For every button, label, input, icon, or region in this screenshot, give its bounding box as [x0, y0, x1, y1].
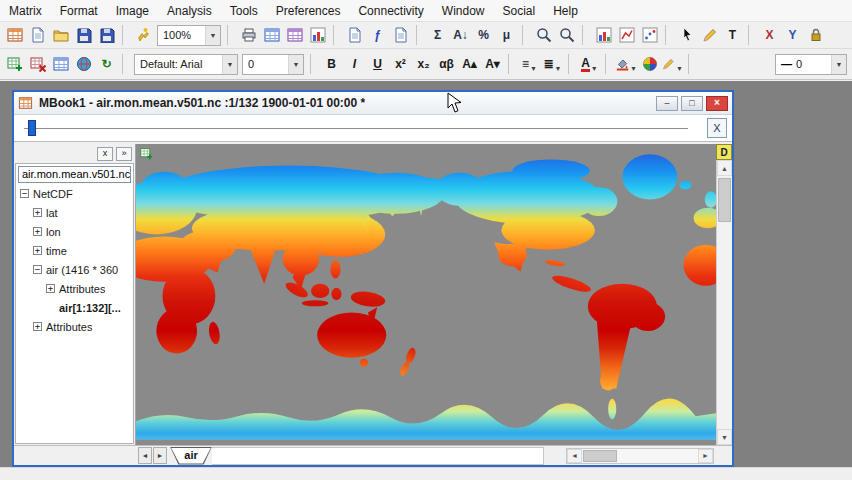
- collapse-icon[interactable]: −: [20, 189, 29, 198]
- dataset-selector[interactable]: air.mon.mean.v501.nc: [16, 165, 133, 184]
- zoom-in-icon[interactable]: [532, 24, 555, 46]
- fill-color-icon[interactable]: ▼: [615, 53, 638, 75]
- vertical-scrollbar[interactable]: ▲ ▼: [716, 160, 732, 445]
- percent-icon[interactable]: %: [472, 24, 495, 46]
- new-graph-icon[interactable]: [306, 24, 329, 46]
- print-icon[interactable]: [237, 24, 260, 46]
- scatter-plot-icon[interactable]: [638, 24, 661, 46]
- text-tool-icon[interactable]: T: [721, 24, 744, 46]
- chevron-down-icon[interactable]: ▼: [555, 65, 562, 74]
- expand-icon[interactable]: +: [33, 246, 42, 255]
- subscript-icon[interactable]: x₂: [412, 53, 435, 75]
- slider-close-button[interactable]: X: [707, 118, 727, 138]
- column-plot-icon[interactable]: [592, 24, 615, 46]
- line-plot-icon[interactable]: [615, 24, 638, 46]
- chevron-down-icon[interactable]: ▼: [222, 55, 237, 74]
- expand-icon[interactable]: +: [33, 208, 42, 217]
- prev-sheet-button[interactable]: ◄: [138, 447, 152, 464]
- vertical-scroll-thumb[interactable]: [718, 178, 731, 222]
- chevron-down-icon[interactable]: ▼: [530, 65, 537, 74]
- frame-slider-track[interactable]: [24, 128, 688, 129]
- align-icon[interactable]: ≡▼: [518, 53, 541, 75]
- font-color-icon[interactable]: A▼: [578, 53, 601, 75]
- tree-item-air-1-132[interactable]: air[1:132][...: [16, 298, 133, 317]
- italic-icon[interactable]: I: [343, 53, 366, 75]
- menu-image[interactable]: Image: [107, 0, 158, 21]
- data-dialog-button[interactable]: D: [716, 144, 732, 160]
- menu-matrix[interactable]: Matrix: [0, 0, 51, 21]
- window-titlebar[interactable]: MBook1 - air.mon.mean.v501.nc :1/132 190…: [14, 92, 732, 115]
- maximize-button[interactable]: □: [681, 96, 703, 111]
- save-all-icon[interactable]: [95, 24, 118, 46]
- superscript-icon[interactable]: x²: [389, 53, 412, 75]
- tree-item-netcdf[interactable]: −NetCDF: [16, 184, 133, 203]
- bold-icon[interactable]: B: [320, 53, 343, 75]
- menu-tools[interactable]: Tools: [221, 0, 267, 21]
- menu-help[interactable]: Help: [544, 0, 587, 21]
- pencil-icon[interactable]: ▼: [661, 53, 684, 75]
- decrease-font-icon[interactable]: A▾: [481, 53, 504, 75]
- save-icon[interactable]: [72, 24, 95, 46]
- close-button[interactable]: ×: [706, 96, 728, 111]
- worksheet-icon[interactable]: [260, 24, 283, 46]
- globe-icon[interactable]: [72, 53, 95, 75]
- new-matrix-icon[interactable]: [3, 24, 26, 46]
- increase-font-icon[interactable]: A▴: [458, 53, 481, 75]
- sort-icon[interactable]: A↓: [449, 24, 472, 46]
- horizontal-scrollbar[interactable]: ◄ ►: [566, 448, 714, 464]
- x-column-icon[interactable]: X: [758, 24, 781, 46]
- function-plot-icon[interactable]: ƒ: [366, 24, 389, 46]
- refresh-icon[interactable]: ↻: [95, 53, 118, 75]
- menu-social[interactable]: Social: [494, 0, 545, 21]
- import-wizard-icon[interactable]: [132, 24, 155, 46]
- chevron-down-icon[interactable]: ▼: [591, 65, 598, 74]
- matrix-image-view[interactable]: D ▲ ▼: [136, 144, 732, 445]
- chevron-down-icon[interactable]: ▼: [630, 65, 637, 74]
- chevron-down-icon[interactable]: ▼: [831, 55, 846, 74]
- open-icon[interactable]: [49, 24, 72, 46]
- tree-item-time[interactable]: +time: [16, 241, 133, 260]
- menu-analysis[interactable]: Analysis: [158, 0, 221, 21]
- palette-icon[interactable]: [638, 53, 661, 75]
- lock-icon[interactable]: [804, 24, 827, 46]
- tree-item-lat[interactable]: +lat: [16, 203, 133, 222]
- panel-close-button[interactable]: x: [97, 147, 113, 161]
- pointer-tool-icon[interactable]: [675, 24, 698, 46]
- menu-window[interactable]: Window: [433, 0, 494, 21]
- tree-item-attributes[interactable]: +Attributes: [16, 317, 133, 336]
- expand-icon[interactable]: +: [33, 322, 42, 331]
- statistics-icon[interactable]: μ: [495, 24, 518, 46]
- delete-sheet-icon[interactable]: [26, 53, 49, 75]
- scroll-left-icon[interactable]: ◄: [567, 449, 582, 463]
- next-sheet-button[interactable]: ►: [153, 447, 167, 464]
- collapse-icon[interactable]: −: [33, 265, 42, 274]
- matrix-object-icon[interactable]: [139, 147, 154, 160]
- chevron-down-icon[interactable]: ▼: [676, 65, 683, 74]
- draw-tool-icon[interactable]: [698, 24, 721, 46]
- move-sheet-icon[interactable]: [49, 53, 72, 75]
- scroll-down-icon[interactable]: ▼: [717, 429, 732, 445]
- tree-item-air-1416-360[interactable]: −air (1416 * 360: [16, 260, 133, 279]
- new-sheet-icon[interactable]: [26, 24, 49, 46]
- underline-icon[interactable]: U: [366, 53, 389, 75]
- line-width-combo[interactable]: —0▼: [775, 54, 847, 75]
- tree-item-lon[interactable]: +lon: [16, 222, 133, 241]
- list-icon[interactable]: ≣▼: [541, 53, 564, 75]
- expand-icon[interactable]: +: [33, 227, 42, 236]
- tree-item-attributes[interactable]: +Attributes: [16, 279, 133, 298]
- horizontal-scroll-thumb[interactable]: [583, 450, 617, 462]
- y-column-icon[interactable]: Y: [781, 24, 804, 46]
- scroll-up-icon[interactable]: ▲: [717, 160, 732, 176]
- chevron-down-icon[interactable]: ▼: [205, 26, 220, 45]
- horizontal-scroll-track[interactable]: [582, 449, 698, 463]
- mbook-window[interactable]: MBook1 - air.mon.mean.v501.nc :1/132 190…: [12, 90, 734, 467]
- temperature-map[interactable]: [136, 144, 716, 445]
- vertical-scroll-track[interactable]: [717, 176, 732, 429]
- duplicate-icon[interactable]: [343, 24, 366, 46]
- zoom-out-icon[interactable]: [555, 24, 578, 46]
- frame-slider-handle[interactable]: [28, 120, 36, 136]
- menu-format[interactable]: Format: [51, 0, 107, 21]
- chevron-down-icon[interactable]: ▼: [288, 55, 303, 74]
- layout-icon[interactable]: [389, 24, 412, 46]
- scroll-right-icon[interactable]: ►: [698, 449, 713, 463]
